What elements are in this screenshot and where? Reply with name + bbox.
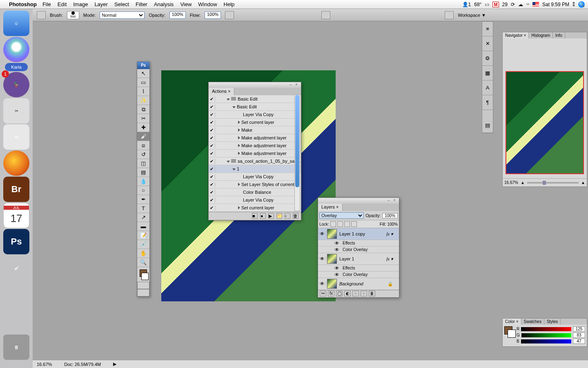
input-flag-icon[interactable]: [532, 2, 539, 7]
spotlight-icon[interactable]: 🔍: [578, 1, 585, 8]
status-doc[interactable]: Doc: 26.5M/79.4M: [64, 362, 101, 367]
gradient-tool[interactable]: ▤: [137, 168, 149, 177]
action-row[interactable]: ✔Color Balance: [209, 188, 301, 196]
wand-tool[interactable]: ✨: [137, 96, 149, 105]
close-icon[interactable]: ×: [393, 198, 397, 202]
lock-transparent-icon[interactable]: [330, 221, 336, 227]
dock-bridge[interactable]: Br: [3, 177, 29, 202]
delete-layer-icon[interactable]: 🗑: [369, 291, 375, 296]
notif-icon[interactable]: 👤1: [462, 2, 471, 7]
layer-row[interactable]: 👁Color Overlay: [318, 272, 399, 278]
navigator-zoom-slider[interactable]: [527, 182, 579, 184]
dock-mail[interactable]: ✉: [3, 124, 29, 150]
menu-window[interactable]: Window: [198, 1, 217, 7]
menu-help[interactable]: Help: [224, 1, 235, 7]
layer-row[interactable]: 👁Layer 1 copyfx ▾: [318, 228, 399, 240]
menu-filter[interactable]: Filter: [136, 1, 147, 7]
layer-row[interactable]: 👁Layer 1fx ▾: [318, 253, 399, 265]
action-row[interactable]: ✔Make adjustment layer: [209, 150, 301, 157]
action-row[interactable]: ✔Layer Via Copy: [209, 196, 301, 204]
shape-tool[interactable]: ▬: [137, 222, 149, 231]
swatches-tab[interactable]: Swatches: [521, 319, 544, 325]
layers-tab[interactable]: Layers ×: [318, 204, 343, 211]
marquee-tool[interactable]: ▭: [137, 78, 149, 87]
layer-row[interactable]: 👁Background🔒: [318, 278, 399, 290]
dock-user-label[interactable]: Karla: [5, 63, 28, 71]
brush-preview[interactable]: 500: [67, 11, 79, 19]
actions-scrollbar[interactable]: [294, 94, 300, 211]
action-row[interactable]: ✔Make: [209, 126, 301, 134]
new-layer-icon[interactable]: ▫: [361, 291, 367, 296]
hand-tool[interactable]: ✋: [137, 249, 149, 258]
app-name[interactable]: Photoshop: [9, 1, 37, 7]
dock-trash[interactable]: 🗑: [3, 334, 29, 360]
b-slider[interactable]: [521, 339, 571, 343]
gmail-icon[interactable]: M: [492, 2, 499, 7]
eraser-tool[interactable]: ◫: [137, 159, 149, 168]
type-tool[interactable]: T: [137, 204, 149, 213]
action-row[interactable]: ✔Set current layer: [209, 119, 301, 126]
quickmask-icon[interactable]: [137, 282, 149, 289]
dock-photoshop[interactable]: Ps: [3, 229, 29, 254]
lock-position-icon[interactable]: [344, 221, 350, 227]
path-tool[interactable]: ↗: [137, 213, 149, 222]
workspace-button[interactable]: Workspace ▼: [458, 13, 486, 18]
status-zoom[interactable]: 16.67%: [37, 362, 52, 367]
action-row[interactable]: ✔Make adjustment layer: [209, 142, 301, 150]
blend-mode-select[interactable]: Overlay: [319, 212, 364, 219]
eyedropper-tool[interactable]: 💉: [137, 240, 149, 249]
action-row[interactable]: ✔Layer Via Copy: [209, 111, 301, 119]
flow-value[interactable]: 100%: [205, 11, 221, 19]
group-icon[interactable]: ▫: [352, 291, 359, 296]
action-row[interactable]: ✔Basic Edit: [209, 103, 301, 111]
action-row[interactable]: ✔Layer Via Copy: [209, 173, 301, 181]
link-icon[interactable]: ⚯: [320, 291, 326, 296]
r-slider[interactable]: [521, 327, 571, 331]
blur-tool[interactable]: 💧: [137, 177, 149, 186]
stamp-tool[interactable]: ⧇: [137, 141, 149, 150]
styles-tab[interactable]: Styles: [544, 319, 561, 325]
menu-image[interactable]: Image: [73, 1, 88, 7]
collapsed-panel-7[interactable]: ▤: [482, 118, 493, 133]
opacity-value[interactable]: 100%: [169, 11, 186, 19]
layer-row[interactable]: 👁Effects: [318, 240, 399, 247]
tool-palette-header[interactable]: Ps: [137, 62, 149, 69]
actions-tab[interactable]: Actions ×: [209, 88, 234, 95]
close-icon[interactable]: ×: [295, 82, 299, 86]
record-icon[interactable]: ●: [260, 213, 266, 219]
crop-tool[interactable]: ⧉: [137, 105, 149, 114]
new-set-icon[interactable]: 📁: [276, 213, 282, 219]
dock-scissors[interactable]: ✂: [3, 98, 29, 123]
info-tab[interactable]: Info: [553, 32, 565, 38]
status-arrow-icon[interactable]: ▶: [113, 361, 116, 367]
lasso-tool[interactable]: ⌇: [137, 87, 149, 96]
slice-tool[interactable]: ✂: [137, 114, 149, 123]
dodge-tool[interactable]: ○: [137, 186, 149, 195]
collapsed-panel-5[interactable]: A: [482, 81, 493, 95]
layers-titlebar[interactable]: –×: [318, 198, 399, 204]
navigator-tab[interactable]: Navigator ×: [503, 32, 529, 38]
collapsed-panel-4[interactable]: ▦: [482, 66, 493, 81]
action-row[interactable]: ✔sa_cool_action_1_05_by_sa_...: [209, 157, 301, 165]
menu-view[interactable]: View: [180, 1, 192, 7]
navigator-thumbnail[interactable]: [506, 71, 584, 174]
layer-row[interactable]: 👁Effects: [318, 265, 399, 272]
action-row[interactable]: ✔Make adjustment layer: [209, 134, 301, 142]
minimize-icon[interactable]: –: [388, 198, 392, 202]
action-row[interactable]: ✔Basic Edit: [209, 95, 301, 103]
layer-row[interactable]: 👁Color Overlay: [318, 247, 399, 253]
collapsed-panel-1[interactable]: ≡: [482, 22, 493, 36]
history-brush-tool[interactable]: ↺: [137, 150, 149, 159]
new-action-icon[interactable]: ▫: [285, 213, 290, 219]
navigator-zoom-value[interactable]: 16.67%: [504, 180, 518, 185]
action-row[interactable]: ✔Set Layer Styles of current...: [209, 181, 301, 188]
collapsed-panel-2[interactable]: ✕: [482, 36, 493, 51]
g-value[interactable]: 83: [573, 332, 585, 338]
collapsed-panel-3[interactable]: ⚙: [482, 51, 493, 66]
pen-tool[interactable]: ✒: [137, 195, 149, 204]
airbrush-icon[interactable]: [225, 11, 234, 19]
dock-finder[interactable]: ☺: [3, 11, 29, 36]
actions-titlebar[interactable]: –×: [209, 82, 301, 88]
menu-select[interactable]: Select: [114, 1, 129, 7]
action-row[interactable]: ✔Set current layer: [209, 204, 301, 212]
